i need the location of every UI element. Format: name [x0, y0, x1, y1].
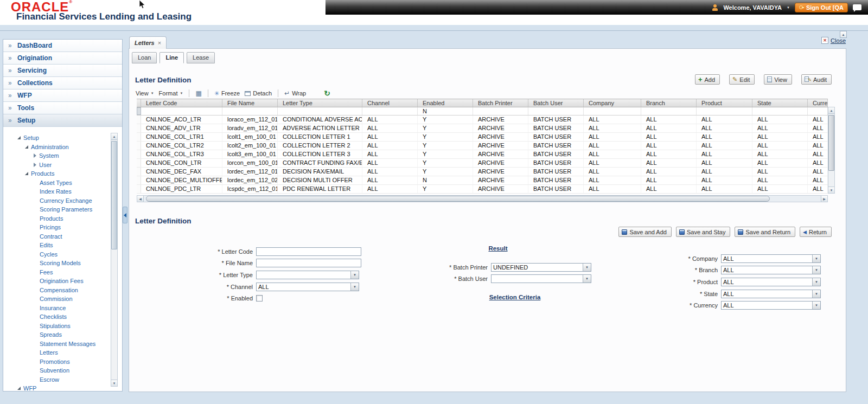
product-select[interactable]: ALL▼	[721, 278, 821, 286]
filter-cell[interactable]	[528, 107, 584, 115]
detach-button[interactable]: Detach	[245, 90, 272, 97]
batch-printer-select[interactable]: UNDEFINED▼	[491, 263, 591, 272]
table-row[interactable]: CNLNOE_DEC_MULTIOFFER...lordec_em_112_02…	[137, 176, 828, 185]
tree-node-stipulations[interactable]: Stipulations	[3, 322, 122, 331]
tree-node-label[interactable]: Index Rates	[40, 188, 72, 195]
sidebar-item-collections[interactable]: »Collections	[3, 77, 122, 89]
tree-node-insurance[interactable]: Insurance	[3, 304, 122, 313]
close-control[interactable]: ✕Close	[821, 37, 846, 44]
audit-button[interactable]: ✎Audit	[801, 74, 832, 85]
tree-node-label[interactable]: Commission	[40, 296, 73, 302]
table-vertical-scrollbar[interactable]: ▲ ▼	[828, 107, 835, 194]
filter-cell[interactable]	[473, 107, 528, 115]
save-and-stay-button[interactable]: Save and Stay	[676, 227, 731, 237]
tree-node-currency-exchange[interactable]: Currency Exchange	[3, 196, 122, 206]
tree-node-setup[interactable]: Setup	[3, 133, 122, 143]
edit-button[interactable]: ✎Edit	[729, 74, 755, 85]
tree-node-label[interactable]: User	[39, 162, 52, 168]
table-row[interactable]: CNLNOE_ADV_LTRloradv_em_112_01ADVERSE AC…	[137, 124, 828, 133]
tree-node-compensation[interactable]: Compensation	[3, 286, 122, 295]
tree-node-promotions[interactable]: Promotions	[3, 357, 122, 367]
filter-cell[interactable]	[808, 107, 828, 115]
dropdown-arrow-icon[interactable]: ▼	[350, 271, 359, 279]
scroll-up-arrow-icon[interactable]: ▲	[828, 107, 834, 114]
dropdown-arrow-icon[interactable]: ▼	[350, 283, 359, 291]
tree-node-products[interactable]: Products	[3, 169, 122, 178]
tree-node-label[interactable]: Stipulations	[40, 323, 71, 329]
tree-node-cycles[interactable]: Cycles	[3, 250, 122, 259]
collapsed-triangle-icon[interactable]	[34, 163, 36, 167]
file-name-input[interactable]	[256, 259, 361, 267]
expanded-triangle-icon[interactable]	[17, 136, 21, 139]
state-select[interactable]: ALL▼	[721, 290, 821, 298]
letter-code-input[interactable]	[256, 247, 361, 256]
tree-node-scoring-parameters[interactable]: Scoring Parameters	[3, 205, 122, 214]
tree-node-label[interactable]: Currency Exchange	[40, 197, 92, 204]
filter-cell[interactable]	[752, 107, 808, 115]
tree-node-label[interactable]: Escrow	[40, 376, 59, 383]
batch-user-select[interactable]: ▼	[491, 274, 591, 283]
filter-cell[interactable]	[141, 107, 222, 115]
column-header[interactable]: Company	[584, 99, 641, 107]
scroll-thumb[interactable]	[828, 115, 834, 171]
save-and-add-button[interactable]: Save and Add	[618, 227, 672, 237]
tree-node-label[interactable]: Setup	[23, 134, 39, 141]
dropdown-arrow-icon[interactable]: ▼	[812, 290, 820, 298]
table-row[interactable]: CNLNOE_COL_LTR1lcolt1_em_100_01COLLECTIO…	[137, 133, 828, 142]
scroll-up-arrow-icon[interactable]: ▲	[111, 133, 117, 140]
tab-letters[interactable]: Letters×	[129, 36, 167, 49]
tree-node-label[interactable]: Scoring Models	[40, 260, 81, 266]
tree-node-statement-messages[interactable]: Statement Messages	[3, 339, 122, 349]
column-header[interactable]: Letter Type	[278, 99, 362, 107]
scroll-left-arrow-icon[interactable]: ◀	[137, 196, 144, 202]
tree-node-label[interactable]: Statement Messages	[40, 341, 95, 347]
channel-select[interactable]: ALL▼	[256, 283, 359, 291]
wrap-button[interactable]: ↵Wrap	[284, 89, 306, 97]
scroll-thumb[interactable]	[111, 141, 117, 249]
column-header[interactable]: Currency	[808, 99, 828, 107]
dropdown-arrow-icon[interactable]: ▼	[583, 275, 591, 283]
column-header[interactable]: Channel	[362, 99, 418, 107]
column-header[interactable]: Batch User	[528, 99, 584, 107]
expanded-triangle-icon[interactable]	[17, 387, 21, 390]
tree-node-label[interactable]: Cycles	[40, 251, 58, 258]
tree-node-letters[interactable]: Letters	[3, 348, 122, 357]
chevron-down-icon[interactable]: ▼	[787, 6, 790, 9]
column-header[interactable]: Enabled	[418, 99, 473, 107]
filter-cell[interactable]	[697, 107, 752, 115]
add-button[interactable]: +Add	[695, 74, 720, 85]
table-row[interactable]: CNLNOE_COL_LTR2lcolt2_em_100_01COLLECTIO…	[137, 142, 828, 150]
tree-node-label[interactable]: Contract	[40, 233, 62, 240]
tree-node-label[interactable]: Origination Fees	[40, 278, 84, 284]
return-button[interactable]: ◀Return	[800, 227, 832, 237]
tree-node-checklists[interactable]: Checklists	[3, 312, 122, 322]
tree-node-edits[interactable]: Edits	[3, 241, 122, 250]
dropdown-arrow-icon[interactable]: ▼	[583, 264, 591, 271]
branch-select[interactable]: ALL▼	[721, 266, 821, 274]
subtab-line[interactable]: Line	[159, 52, 184, 63]
tree-node-wfp[interactable]: WFP	[3, 384, 122, 391]
tree-node-commission[interactable]: Commission	[3, 294, 122, 304]
collapsed-triangle-icon[interactable]	[34, 153, 36, 158]
tree-node-label[interactable]: Compensation	[40, 287, 78, 293]
currency-select[interactable]: ALL▼	[721, 301, 821, 310]
table-row[interactable]: CNLNOE_CON_LTRlorcon_em_100_01CONTRACT F…	[137, 159, 828, 168]
subtab-loan[interactable]: Loan	[132, 52, 157, 63]
table-row[interactable]: CNLNOE_ACO_LTRloraco_em_112_01CONDITIONA…	[137, 116, 828, 124]
refresh-icon[interactable]: ↻	[324, 89, 330, 98]
tree-node-products[interactable]: Products	[3, 214, 122, 223]
tree-node-administration[interactable]: Administration	[3, 143, 122, 152]
tree-node-user[interactable]: User	[3, 161, 122, 170]
scroll-thumb[interactable]	[146, 196, 770, 202]
tree-node-label[interactable]: Fees	[40, 269, 53, 275]
tree-node-label[interactable]: Asset Types	[40, 179, 72, 186]
company-select[interactable]: ALL▼	[721, 254, 821, 263]
dropdown-arrow-icon[interactable]: ▼	[812, 278, 820, 286]
sidebar-item-setup[interactable]: »Setup	[3, 114, 122, 127]
tree-node-label[interactable]: Checklists	[40, 313, 67, 320]
tree-node-label[interactable]: Scoring Parameters	[40, 206, 92, 213]
filter-cell[interactable]	[362, 107, 418, 115]
tree-node-subvention[interactable]: Subvention	[3, 366, 122, 375]
freeze-button[interactable]: ✳Freeze	[214, 90, 240, 97]
tree-node-spreads[interactable]: Spreads	[3, 330, 122, 339]
